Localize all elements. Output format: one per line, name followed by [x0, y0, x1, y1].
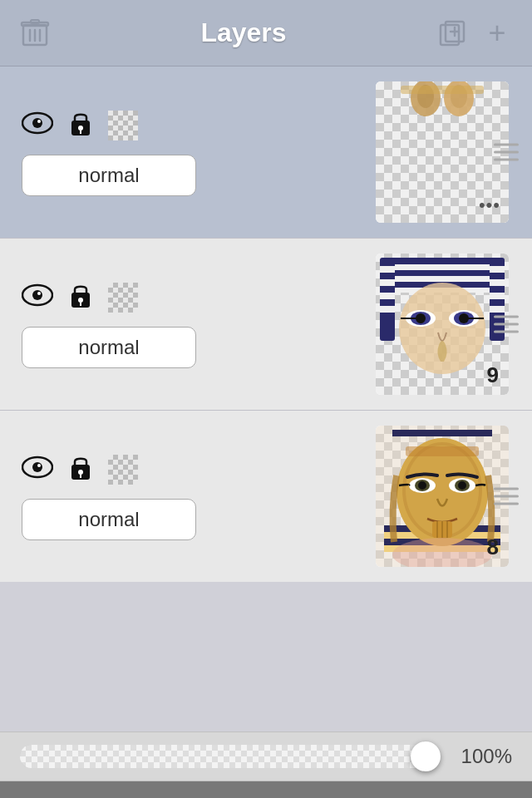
svg-rect-41 [490, 293, 505, 299]
layer-icons [22, 453, 376, 487]
svg-rect-35 [380, 266, 395, 273]
alpha-lock-toggle[interactable] [108, 455, 138, 485]
svg-point-12 [37, 120, 41, 123]
page-title: Layers [200, 17, 286, 48]
delete-button[interactable] [17, 15, 53, 52]
drag-handle[interactable] [494, 488, 519, 505]
opacity-value: 100% [454, 745, 512, 768]
layers-list: normal ••• [0, 66, 532, 732]
svg-point-53 [32, 462, 42, 472]
layer-thumbnail[interactable]: 8 [376, 426, 509, 567]
svg-rect-39 [490, 266, 505, 273]
duplicate-button[interactable] [434, 15, 470, 52]
svg-rect-37 [380, 293, 395, 299]
svg-rect-42 [490, 306, 505, 313]
svg-point-23 [37, 292, 41, 295]
blend-mode-button[interactable]: normal [22, 327, 196, 368]
layer-row: normal [0, 411, 532, 582]
svg-point-25 [78, 298, 83, 303]
import-button[interactable] [54, 790, 104, 798]
svg-rect-27 [384, 258, 500, 264]
drag-handle[interactable] [494, 316, 519, 333]
visibility-toggle[interactable] [22, 456, 53, 485]
undo-button[interactable] [179, 790, 229, 798]
add-layer-button[interactable]: + [479, 15, 515, 52]
svg-rect-59 [392, 430, 492, 436]
layer-icons [22, 281, 376, 315]
svg-rect-67 [406, 446, 479, 456]
visibility-toggle[interactable] [22, 283, 53, 313]
svg-point-22 [32, 290, 42, 300]
drag-handle[interactable] [494, 144, 519, 161]
layer-controls: normal [13, 109, 376, 196]
layer-controls: normal [13, 281, 376, 368]
svg-point-14 [78, 126, 83, 131]
lock-toggle[interactable] [70, 453, 91, 487]
layer-row: normal [0, 239, 532, 411]
svg-rect-38 [380, 306, 395, 313]
svg-rect-29 [386, 270, 499, 276]
svg-rect-28 [387, 264, 497, 270]
svg-point-73 [458, 481, 466, 490]
lock-toggle[interactable] [70, 281, 91, 315]
layer-thumbnail[interactable]: ••• [376, 81, 509, 223]
blend-mode-button[interactable]: normal [22, 155, 196, 196]
svg-point-11 [32, 118, 42, 128]
more-options-button[interactable]: ••• [479, 195, 500, 216]
redo-button[interactable] [303, 790, 353, 798]
layer-controls: normal [13, 453, 376, 540]
layer-number: 8 [487, 534, 499, 560]
svg-point-72 [418, 481, 426, 490]
bottom-toolbar: ✕ [0, 781, 532, 798]
opacity-thumb[interactable] [411, 741, 441, 771]
layer-icons [22, 109, 376, 143]
opacity-slider[interactable] [20, 745, 441, 768]
alpha-lock-toggle[interactable] [108, 111, 138, 140]
svg-point-56 [78, 470, 83, 475]
blend-mode-button[interactable]: normal [22, 499, 196, 540]
layer-row: normal ••• [0, 66, 532, 239]
alpha-lock-toggle[interactable] [108, 283, 138, 313]
layer-number: 9 [487, 362, 499, 388]
visibility-toggle[interactable] [22, 111, 53, 140]
svg-rect-40 [490, 279, 505, 286]
close-button[interactable]: ✕ [428, 790, 478, 798]
svg-rect-20 [401, 86, 484, 94]
svg-rect-30 [387, 276, 497, 282]
lock-toggle[interactable] [70, 109, 91, 143]
svg-point-54 [37, 464, 41, 467]
header: Layers + [0, 0, 532, 66]
svg-rect-36 [380, 279, 395, 286]
layer-thumbnail[interactable]: 9 [376, 254, 509, 395]
opacity-bar-container: 100% [0, 732, 532, 781]
